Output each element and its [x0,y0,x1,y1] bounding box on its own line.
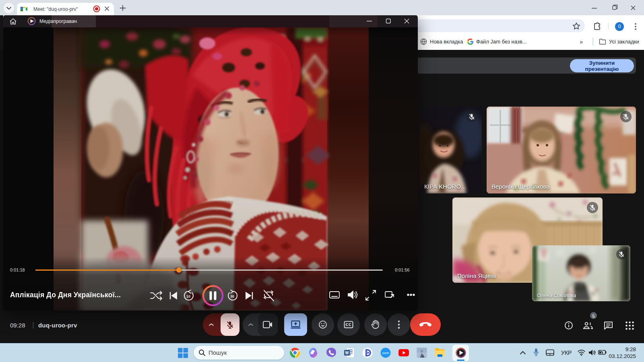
svg-text:10: 10 [186,294,190,298]
svg-text:zoom: zoom [382,352,389,354]
svg-text:Медіапрогравач: Медіапрогравач [39,19,77,24]
svg-text:30: 30 [230,294,234,298]
